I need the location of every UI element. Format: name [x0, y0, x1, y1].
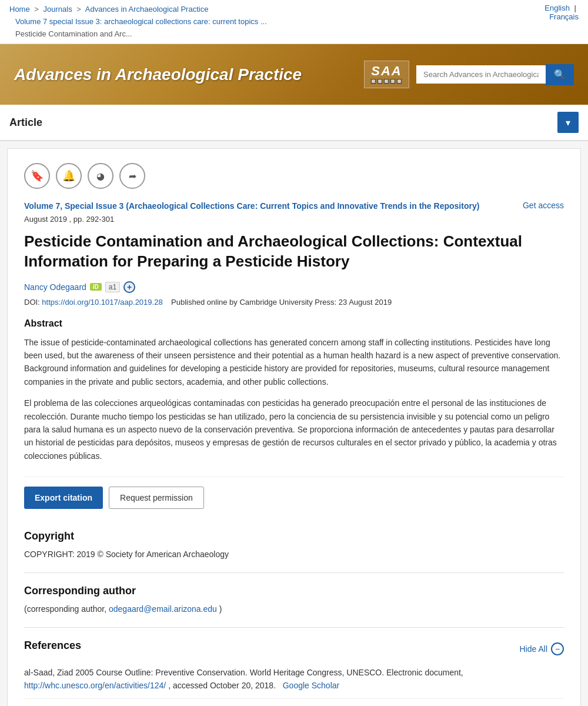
- doi-label: DOI:: [24, 298, 40, 307]
- share-button[interactable]: ➦: [119, 163, 145, 189]
- published-info: Published online by Cambridge University…: [171, 298, 392, 307]
- doi-link[interactable]: https://doi.org/10.1017/aap.2019.28: [42, 298, 162, 307]
- action-buttons-row: Export citation Request permission: [24, 477, 564, 518]
- abstract-section: Abstract The issue of pesticide-contamin…: [24, 318, 564, 463]
- alert-button[interactable]: 🔔: [56, 163, 82, 189]
- volume-issue-link[interactable]: Volume 7, Special Issue 3 (Archaeologica…: [24, 201, 479, 212]
- references-heading: References: [24, 640, 81, 652]
- article-card: 🔖 🔔 ◕ ➦ Volume 7, Special Issue 3 (Archa…: [7, 148, 581, 706]
- saa-logo: SAA 🔲🔲🔲🔲🔲: [364, 61, 409, 88]
- breadcrumb: Home > Journals > Advances in Archaeolog…: [9, 4, 267, 40]
- hide-all-label: Hide All: [520, 644, 547, 654]
- bookmark-button[interactable]: 🔖: [24, 163, 50, 189]
- bookmark-icon: 🔖: [31, 169, 44, 182]
- references-section: References Hide All − al-Saad, Ziad 2005…: [24, 628, 564, 699]
- abstract-text-english: The issue of pesticide-contaminated arch…: [24, 336, 564, 389]
- main-content: 🔖 🔔 ◕ ➦ Volume 7, Special Issue 3 (Archa…: [0, 141, 588, 706]
- journal-title: Advances in Archaeological Practice: [14, 65, 302, 84]
- article-header-bar: Article ▾: [0, 105, 588, 141]
- copyright-section: Copyright COPYRIGHT: 2019 © Society for …: [24, 518, 564, 573]
- saa-logo-sub: 🔲🔲🔲🔲🔲: [370, 79, 403, 84]
- abstract-heading: Abstract: [24, 318, 564, 329]
- search-input[interactable]: [416, 65, 546, 84]
- rss-icon: ◕: [96, 171, 105, 182]
- pipe-separator: |: [574, 4, 576, 12]
- saa-logo-text: SAA: [371, 65, 402, 78]
- request-permission-button[interactable]: Request permission: [109, 487, 204, 509]
- search-button[interactable]: 🔍: [546, 64, 574, 85]
- reference-item: al-Saad, Ziad 2005 Course Outline: Preve…: [24, 666, 564, 699]
- article-title: Pesticide Contamination and Archaeologic…: [24, 232, 564, 272]
- affiliation-tag: a1: [105, 282, 120, 292]
- journal-banner: Advances in Archaeological Practice SAA …: [0, 44, 588, 105]
- add-author-info-button[interactable]: +: [123, 281, 135, 293]
- breadcrumb-article: Pesticide Contamination and Arc...: [9, 28, 267, 41]
- top-bar: Home > Journals > Advances in Archaeolog…: [0, 0, 588, 44]
- orcid-badge: iD: [90, 283, 102, 291]
- breadcrumb-sep2: >: [76, 5, 81, 14]
- author-line: Nancy Odegaard iD a1 +: [24, 281, 564, 293]
- rss-button[interactable]: ◕: [88, 163, 113, 189]
- corresponding-author-section: Corresponding author (corresponding auth…: [24, 573, 564, 628]
- reference-url-link[interactable]: http://whc.unesco.org/en/activities/124/: [24, 681, 166, 690]
- doi-line: DOI: https://doi.org/10.1017/aap.2019.28…: [24, 298, 564, 307]
- chevron-down-icon: ▾: [566, 117, 570, 128]
- copyright-heading: Copyright: [24, 530, 564, 542]
- google-scholar-link[interactable]: Google Scholar: [283, 681, 340, 690]
- breadcrumb-journals[interactable]: Journals: [44, 5, 72, 14]
- copyright-text: COPYRIGHT: 2019 © Society for American A…: [24, 548, 564, 561]
- minus-icon: −: [551, 642, 564, 655]
- share-icon: ➦: [129, 171, 136, 182]
- breadcrumb-sep1: >: [34, 5, 39, 14]
- corresponding-author-text: (corresponding author, odegaard@email.ar…: [24, 603, 564, 615]
- reference-suffix: , accessed October 20, 2018.: [168, 681, 276, 690]
- corresponding-email-link[interactable]: odegaard@email.arizona.edu: [109, 604, 217, 614]
- corresponding-suffix: ): [219, 604, 222, 614]
- abstract-text-spanish: El problema de las colecciones arqueológ…: [24, 397, 564, 462]
- corresponding-author-heading: Corresponding author: [24, 585, 564, 597]
- corresponding-prefix: (corresponding author,: [24, 604, 106, 614]
- bell-icon: 🔔: [62, 169, 75, 182]
- export-citation-button[interactable]: Export citation: [24, 487, 103, 509]
- top-meta: Volume 7, Special Issue 3 (Archaeologica…: [24, 201, 564, 212]
- breadcrumb-special-issue[interactable]: Volume 7 special Issue 3: archaeological…: [9, 16, 267, 28]
- breadcrumb-home[interactable]: Home: [9, 5, 30, 14]
- action-icons-row: 🔖 🔔 ◕ ➦: [24, 163, 564, 189]
- hide-all-button[interactable]: Hide All −: [520, 642, 564, 655]
- lang-french[interactable]: Français: [549, 12, 579, 21]
- author-name-link[interactable]: Nancy Odegaard: [24, 282, 86, 292]
- search-box: 🔍: [416, 64, 574, 85]
- article-section-label: Article: [9, 116, 42, 129]
- lang-switcher: English | Français: [544, 4, 579, 21]
- reference-text: al-Saad, Ziad 2005 Course Outline: Preve…: [24, 668, 463, 677]
- lang-english[interactable]: English: [544, 4, 570, 12]
- banner-right: SAA 🔲🔲🔲🔲🔲 🔍: [364, 61, 574, 88]
- references-header: References Hide All −: [24, 628, 564, 666]
- article-dropdown-button[interactable]: ▾: [557, 112, 579, 133]
- search-icon: 🔍: [554, 69, 566, 79]
- get-access-link[interactable]: Get access: [523, 201, 564, 210]
- breadcrumb-journal[interactable]: Advances in Archaeological Practice: [85, 5, 209, 14]
- date-pages: August 2019 , pp. 292-301: [24, 215, 564, 224]
